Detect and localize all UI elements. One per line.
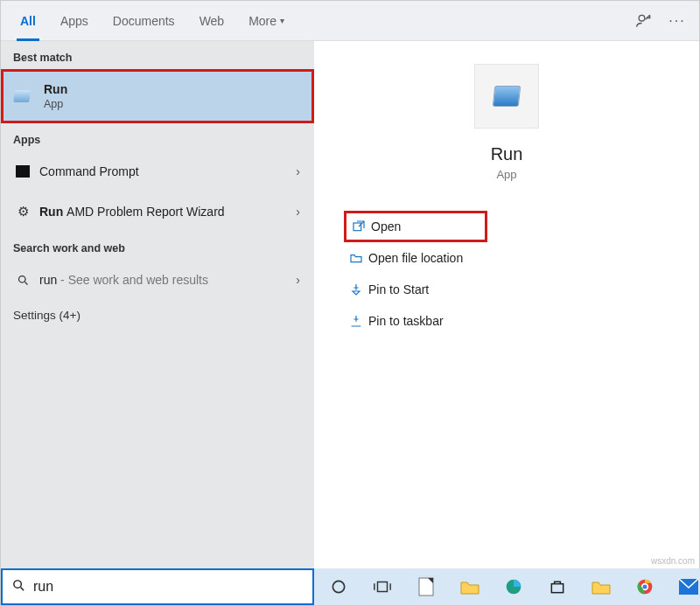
tab-more[interactable]: More▾ xyxy=(236,1,297,41)
svg-line-5 xyxy=(21,587,24,590)
preview-app-icon xyxy=(474,64,539,129)
search-box[interactable] xyxy=(1,568,314,605)
action-label: Open file location xyxy=(368,251,463,265)
taskbar-mail[interactable] xyxy=(669,572,700,602)
open-icon xyxy=(346,219,371,233)
action-open-file-location[interactable]: Open file location xyxy=(344,242,669,274)
bottom-bar xyxy=(1,568,699,605)
taskbar-chrome[interactable] xyxy=(626,572,664,602)
preview-subtitle: App xyxy=(496,168,516,181)
best-match-subtitle: App xyxy=(44,98,67,110)
taskbar-store[interactable] xyxy=(538,572,577,602)
search-icon xyxy=(11,578,26,596)
svg-point-4 xyxy=(14,580,21,588)
action-label: Pin to taskbar xyxy=(368,314,444,328)
svg-line-2 xyxy=(24,282,27,284)
action-label: Pin to Start xyxy=(368,282,429,296)
svg-point-16 xyxy=(643,585,648,589)
run-icon xyxy=(14,90,37,102)
feedback-icon[interactable] xyxy=(629,6,659,36)
tab-documents[interactable]: Documents xyxy=(101,1,187,41)
tab-apps[interactable]: Apps xyxy=(48,1,101,41)
taskbar-task-view[interactable] xyxy=(363,572,402,602)
folder-icon xyxy=(344,251,368,265)
svg-point-1 xyxy=(18,275,25,282)
apps-header: Apps xyxy=(1,123,314,151)
results-list: Best match Run App Apps Command Prompt ›… xyxy=(1,41,314,568)
search-input[interactable] xyxy=(33,579,304,595)
best-match-run[interactable]: Run App xyxy=(1,69,314,123)
pin-start-icon xyxy=(344,282,368,296)
tab-all[interactable]: All xyxy=(8,1,48,41)
taskbar-edge[interactable] xyxy=(494,572,533,602)
best-match-title: Run xyxy=(44,82,67,96)
taskbar-cortana[interactable] xyxy=(319,572,358,602)
watermark: wsxdn.com xyxy=(651,556,695,566)
more-options-icon[interactable]: ··· xyxy=(662,6,692,36)
web-header: Search work and web xyxy=(1,232,314,260)
action-pin-to-start[interactable]: Pin to Start xyxy=(344,274,669,305)
search-icon xyxy=(11,274,34,287)
best-match-header: Best match xyxy=(1,41,314,69)
svg-rect-7 xyxy=(378,582,388,592)
pin-taskbar-icon xyxy=(344,314,368,328)
taskbar-file-explorer-alt[interactable] xyxy=(582,572,620,602)
preview-title: Run xyxy=(491,144,523,164)
action-label: Open xyxy=(371,219,401,233)
terminal-icon xyxy=(11,165,34,178)
svg-point-6 xyxy=(332,581,344,592)
taskbar-libreoffice[interactable] xyxy=(407,572,445,602)
action-pin-to-taskbar[interactable]: Pin to taskbar xyxy=(344,305,669,337)
chevron-right-icon[interactable]: › xyxy=(292,205,304,219)
result-label: run - See work and web results xyxy=(34,273,292,287)
svg-point-0 xyxy=(639,15,645,21)
search-filter-tabs: All Apps Documents Web More▾ ··· xyxy=(1,1,699,41)
tab-web[interactable]: Web xyxy=(187,1,237,41)
preview-pane: Run App Open Open file location xyxy=(314,41,699,568)
result-label: Run AMD Problem Report Wizard xyxy=(34,205,292,219)
svg-rect-3 xyxy=(354,223,361,231)
taskbar xyxy=(314,568,700,605)
gear-icon: ⚙ xyxy=(11,204,34,219)
result-label: Command Prompt xyxy=(34,164,292,178)
taskbar-file-explorer[interactable] xyxy=(451,572,489,602)
settings-group[interactable]: Settings (4+) xyxy=(1,300,314,331)
chevron-right-icon[interactable]: › xyxy=(292,164,304,178)
chevron-right-icon[interactable]: › xyxy=(292,273,304,287)
chevron-down-icon: ▾ xyxy=(280,16,284,25)
result-command-prompt[interactable]: Command Prompt › xyxy=(1,151,314,192)
result-amd-wizard[interactable]: ⚙ Run AMD Problem Report Wizard › xyxy=(1,192,314,232)
result-web-run[interactable]: run - See work and web results › xyxy=(1,260,314,300)
svg-rect-13 xyxy=(551,584,563,593)
action-open[interactable]: Open xyxy=(344,211,487,242)
